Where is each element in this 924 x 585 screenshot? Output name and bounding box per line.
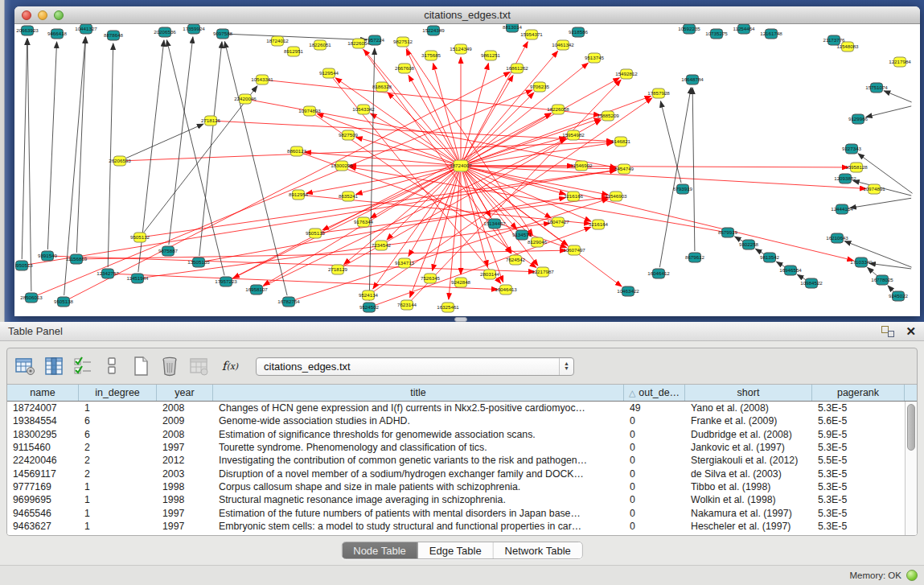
graph-node[interactable]: 9302258	[739, 240, 759, 249]
scrollbar-thumb[interactable]	[907, 404, 915, 451]
table-cell[interactable]: 1998	[157, 480, 213, 493]
table-source-select[interactable]: citations_edges.txt ▲▼	[256, 357, 574, 376]
graph-edge[interactable]	[888, 286, 893, 291]
column-header-name[interactable]: name	[7, 385, 79, 401]
graph-node[interactable]: 9505135	[306, 229, 326, 238]
column-header-in_degree[interactable]: in_degree	[79, 385, 157, 401]
graph-node[interactable]: 9242848	[451, 278, 471, 287]
graph-node[interactable]: 11546902	[570, 161, 593, 171]
table-cell[interactable]: 9777169	[7, 480, 79, 493]
delete-table-icon[interactable]	[187, 356, 209, 377]
table-cell[interactable]: 5.9E-5	[812, 428, 905, 441]
graph-edge[interactable]	[22, 39, 27, 259]
network-window-titlebar[interactable]: citations_edges.txt	[14, 6, 920, 24]
row-height-icon[interactable]	[101, 356, 122, 377]
table-cell[interactable]: Tibbo et al. (1998)	[685, 480, 812, 493]
graph-node[interactable]: 9466418	[47, 29, 68, 39]
table-row[interactable]: 946554611997Estimation of the future num…	[7, 506, 905, 519]
graph-node[interactable]: 16946554	[779, 266, 802, 275]
table-cell[interactable]: 14569117	[7, 467, 79, 480]
graph-node[interactable]: 15954371	[520, 30, 543, 39]
graph-node[interactable]: 6793919	[673, 184, 693, 194]
table-cell[interactable]: Dudbridge et al. (2008)	[685, 428, 812, 441]
table-cell[interactable]: 5.3E-5	[812, 480, 905, 493]
graph-edge[interactable]	[884, 91, 911, 102]
table-row[interactable]: 1830029562008Estimation of significance …	[7, 428, 905, 441]
table-cell[interactable]: 2	[79, 467, 157, 480]
graph-node[interactable]: 16325461	[437, 303, 459, 312]
table-cell[interactable]: Franke et al. (2009)	[685, 414, 812, 427]
table-cell[interactable]: 1997	[157, 441, 213, 454]
table-mode-icon[interactable]	[14, 356, 35, 377]
graph-node[interactable]: 16861262	[506, 64, 528, 73]
graph-node[interactable]: 11546903	[605, 192, 627, 201]
table-cell[interactable]: 9699695	[7, 493, 79, 506]
table-row[interactable]: 2242004622012Investigating the contribut…	[7, 454, 905, 467]
graph-node[interactable]: 8878648	[104, 31, 124, 40]
table-cell[interactable]: 1	[79, 506, 157, 519]
graph-node[interactable]: 8912951	[284, 47, 304, 56]
table-cell[interactable]: 2003	[157, 467, 213, 480]
graph-node[interactable]: 8912954	[289, 190, 309, 200]
graph-node[interactable]: 16046413	[495, 285, 517, 295]
graph-edge[interactable]	[866, 106, 912, 117]
graph-node[interactable]: 20206536	[154, 27, 176, 37]
table-cell[interactable]: Stergiakouli et al. (2012)	[685, 454, 812, 467]
graph-node[interactable]: 13950513	[15, 261, 33, 270]
graph-edge[interactable]	[466, 169, 551, 218]
graph-node[interactable]: 17857928	[647, 89, 670, 98]
table-cell[interactable]: 1998	[157, 493, 213, 506]
graph-node[interactable]: 15134457	[483, 219, 506, 229]
graph-node[interactable]: 2803144	[480, 270, 500, 279]
table-cell[interactable]: Genome-wide association studies in ADHD.	[213, 414, 624, 427]
table-cell[interactable]: Yano et al. (2008)	[685, 402, 812, 414]
graph-node[interactable]: 15224349	[422, 26, 445, 35]
graph-node[interactable]: 18300295	[331, 161, 353, 171]
graph-node[interactable]: 8679919	[718, 228, 738, 237]
table-cell[interactable]: 2008	[157, 402, 213, 414]
table-cell[interactable]: 1	[79, 493, 157, 506]
minimize-button[interactable]	[38, 10, 47, 20]
table-cell[interactable]: 5.3E-5	[812, 402, 905, 414]
table-cell[interactable]: 0	[624, 506, 685, 519]
graph-node[interactable]: 3216166	[564, 192, 584, 201]
graph-node[interactable]: 18724012	[266, 36, 289, 46]
table-cell[interactable]: Estimation of the future numbers of pati…	[213, 506, 624, 519]
table-cell[interactable]: 0	[624, 414, 685, 427]
graph-node[interactable]: 16778025	[871, 275, 893, 285]
graph-edge[interactable]	[229, 34, 367, 39]
table-row[interactable]: 1872400712008Changes of HCN gene express…	[7, 402, 905, 414]
graph-node[interactable]: 2718126	[201, 116, 221, 126]
graph-edge[interactable]	[735, 237, 743, 241]
graph-edge[interactable]	[76, 37, 85, 253]
column-header-short[interactable]: short	[685, 385, 812, 401]
graph-node[interactable]: 9524134	[359, 290, 379, 300]
graph-edge[interactable]	[69, 72, 510, 299]
table-cell[interactable]: 5.3E-5	[812, 493, 905, 506]
table-cell[interactable]: 5.3E-5	[812, 520, 905, 533]
graph-node[interactable]: 13505135	[187, 257, 210, 267]
graph-node[interactable]: 9129544	[319, 68, 339, 78]
graph-node[interactable]: 11156869	[66, 254, 88, 264]
select-columns-icon[interactable]	[72, 356, 93, 377]
graph-node[interactable]: 2718129	[328, 265, 348, 274]
graph-node[interactable]: 9875887	[158, 246, 179, 256]
graph-node[interactable]: 8813014	[503, 24, 523, 32]
graph-node[interactable]: 10607497	[563, 245, 585, 255]
graph-edge[interactable]	[305, 152, 454, 165]
column-header-pagerank[interactable]: pagerank	[812, 385, 905, 401]
table-cell[interactable]: 0	[624, 520, 685, 533]
graph-node[interactable]: 9706235	[530, 82, 550, 92]
graph-node[interactable]: 12093852	[834, 174, 856, 183]
graph-edge[interactable]	[756, 249, 765, 254]
graph-edge[interactable]	[409, 76, 458, 160]
table-cell[interactable]: 9115460	[7, 441, 79, 454]
graph-node[interactable]: 26206593	[109, 156, 131, 166]
graph-node[interactable]: 7526345	[421, 274, 441, 283]
graph-edge[interactable]	[166, 40, 224, 276]
table-cell[interactable]: 0	[624, 428, 685, 441]
table-row[interactable]: 977716911998Corpus callosum shape and si…	[7, 480, 905, 493]
show-columns-icon[interactable]	[43, 356, 64, 377]
table-cell[interactable]: 0	[624, 467, 685, 480]
graph-node[interactable]: 10592235	[678, 24, 700, 34]
